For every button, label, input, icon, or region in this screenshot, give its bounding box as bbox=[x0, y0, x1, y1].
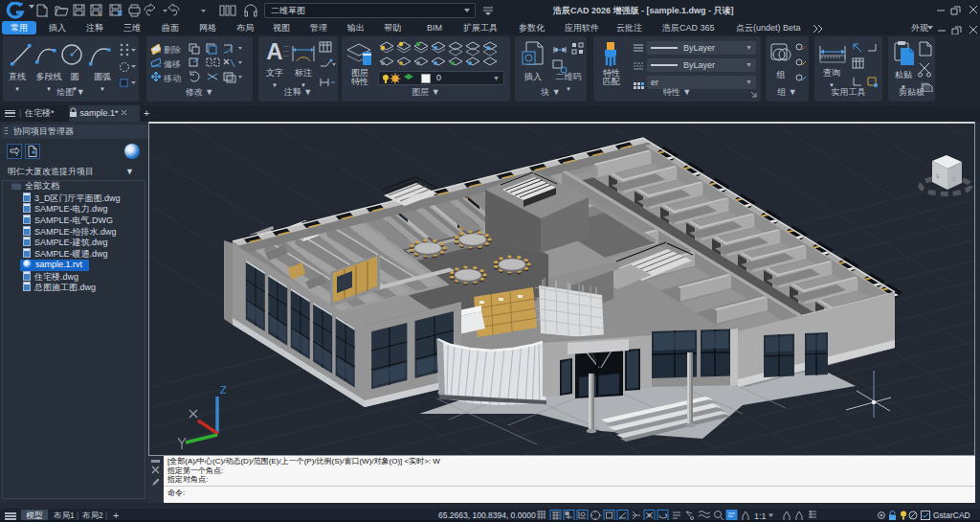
svg-text:1:1: 1:1 bbox=[754, 511, 767, 521]
svg-text:删除: 删除 bbox=[164, 45, 181, 55]
svg-text:S: S bbox=[952, 176, 956, 182]
svg-text:Z: Z bbox=[220, 384, 227, 396]
svg-text:移动: 移动 bbox=[163, 74, 181, 83]
svg-text:偏移: 偏移 bbox=[163, 59, 181, 69]
svg-text:E: E bbox=[936, 173, 940, 179]
